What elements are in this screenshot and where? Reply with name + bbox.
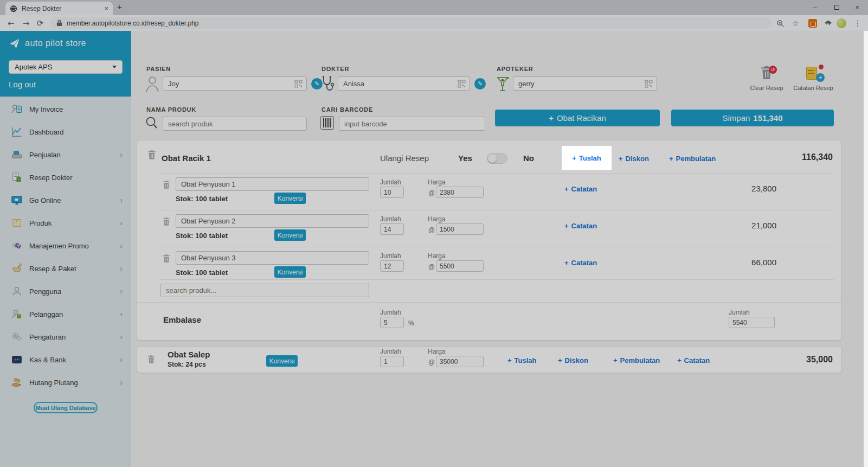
delete-racik-icon[interactable] (147, 149, 157, 161)
delete-item-icon[interactable] (162, 216, 171, 227)
sidebar-item-label: My Invoice (29, 105, 63, 113)
sidebar-item-go-online[interactable]: Go Online › (0, 189, 131, 212)
search-produk-input[interactable] (163, 117, 307, 131)
embalase-amount-input[interactable] (729, 317, 775, 328)
pasien-input[interactable] (163, 76, 307, 91)
harga-input[interactable] (436, 223, 484, 235)
racik-pembulatan-link[interactable]: + Pembulatan (669, 155, 716, 163)
sidebar-item-dashboard[interactable]: Dashboard (0, 120, 131, 143)
tuslah-label: Tuslah (515, 356, 537, 364)
sidebar-item-hutang-piutang[interactable]: Hutang Piutang › (0, 371, 131, 394)
simpan-label: Simpan (722, 113, 750, 123)
sidebar-item-manajemen-promo[interactable]: Manajemen Promo › (0, 234, 131, 257)
qr-scan-icon[interactable] (458, 80, 466, 88)
new-tab-button[interactable]: + (117, 2, 122, 11)
barcode-input[interactable] (339, 117, 485, 131)
racik-tuslah-link[interactable]: + Tuslah (572, 154, 601, 162)
harga-input[interactable] (436, 260, 484, 272)
embalase-jumlah-input[interactable] (380, 317, 404, 328)
sidebar-item-label: Pelanggan (29, 310, 63, 318)
ingredient-name-input[interactable] (176, 214, 369, 228)
sidebar-item-pengaturan[interactable]: Pengaturan › (0, 325, 131, 348)
sidebar-item-pengguna[interactable]: Pengguna › (0, 280, 131, 303)
window-maximize-button[interactable] (828, 0, 845, 14)
catatan-resep-button[interactable]: + Catatan Resep (792, 65, 835, 91)
delete-salep-icon[interactable] (147, 354, 156, 364)
ingredient-name-input[interactable] (176, 177, 369, 191)
forward-icon[interactable]: → (20, 15, 33, 31)
item-catatan-link[interactable]: + Catatan (564, 185, 597, 193)
clear-resep-button[interactable]: ↺ Clear Resep (745, 65, 788, 91)
ulangi-resep-toggle[interactable] (487, 153, 507, 164)
sidebar-item-my-invoice[interactable]: My Invoice (0, 98, 131, 120)
pembulatan-label: Pembulatan (676, 155, 716, 163)
simpan-button[interactable]: Simpan 151,340 (671, 110, 834, 126)
qr-scan-icon[interactable] (294, 80, 303, 88)
chevron-right-icon: › (120, 196, 123, 204)
sidebar-item-penjualan[interactable]: Penjualan › (0, 143, 131, 166)
page-scrollbar[interactable] (864, 31, 868, 467)
jumlah-input[interactable] (380, 223, 404, 235)
sidebar-item-resep-paket[interactable]: Resep & Paket › (0, 257, 131, 280)
chevron-right-icon: › (120, 287, 123, 296)
zoom-icon[interactable] (774, 15, 786, 31)
dokter-edit-icon[interactable]: ✎ (474, 78, 486, 89)
qr-scan-icon[interactable] (645, 80, 653, 88)
catatan-label: Catatan (684, 356, 710, 364)
chevron-right-icon: › (120, 241, 123, 250)
store-select[interactable]: Apotek APS (9, 60, 123, 74)
logout-link[interactable]: Log out (9, 80, 36, 89)
salep-diskon-link[interactable]: + Diskon (558, 356, 588, 364)
divider (159, 247, 834, 247)
konversi-button[interactable]: Konversi (274, 193, 306, 204)
add-ingredient-search-input[interactable] (160, 284, 369, 297)
konversi-button[interactable]: Konversi (266, 355, 298, 367)
item-catatan-link[interactable]: + Catatan (564, 259, 597, 267)
konversi-button[interactable]: Konversi (274, 229, 306, 241)
bookmark-star-icon[interactable]: ☆ (789, 15, 801, 31)
jumlah-input[interactable] (380, 260, 404, 272)
cari-barcode-label: CARI BARCODE (322, 106, 373, 113)
extension-store-icon[interactable] (807, 15, 819, 31)
sidebar-item-pelanggan[interactable]: Pelanggan › (0, 303, 131, 325)
harga-input[interactable] (436, 187, 484, 198)
salep-jumlah-input[interactable] (380, 356, 404, 367)
obat-racikan-label: Obat Racikan (557, 113, 606, 123)
sidebar-item-produk[interactable]: Produk › (0, 212, 131, 234)
safe-icon (11, 354, 23, 366)
reload-database-button[interactable]: Muat Ulang Database (34, 402, 98, 413)
delete-item-icon[interactable] (162, 253, 171, 264)
ingredient-name-input[interactable] (176, 251, 369, 265)
salep-catatan-link[interactable]: + Catatan (677, 356, 710, 364)
delete-item-icon[interactable] (162, 180, 171, 190)
stock-label: Stok: 100 tablet (176, 232, 228, 240)
salep-tuslah-link[interactable]: + Tuslah (507, 356, 537, 364)
sidebar-item-resep-dokter[interactable]: Resep Dokter (0, 166, 131, 189)
item-catatan-link[interactable]: + Catatan (564, 222, 597, 230)
address-bar[interactable]: member.autopilotstore.co.id/resep_dokter… (50, 17, 772, 29)
apoteker-input[interactable] (513, 76, 657, 91)
window-close-button[interactable]: × (849, 0, 865, 14)
catatan-label: Catatan (571, 259, 597, 267)
salep-name: Obat Salep (168, 350, 210, 359)
salep-harga-input[interactable] (436, 356, 484, 367)
racik-diskon-link[interactable]: + Diskon (619, 155, 649, 163)
reload-icon[interactable]: ⟳ (34, 15, 47, 31)
salep-pembulatan-link[interactable]: + Pembulatan (613, 356, 660, 364)
back-icon[interactable]: ← (4, 15, 17, 31)
konversi-button[interactable]: Konversi (274, 266, 306, 278)
jumlah-input[interactable] (380, 187, 404, 198)
obat-racik-card: Obat Racik 1 Ulangi Resep Yes No + Tusla… (137, 140, 842, 341)
profile-avatar[interactable] (835, 15, 847, 31)
sidebar-item-kas-bank[interactable]: Kas & Bank › (0, 348, 131, 371)
nama-produk-label: NAMA PRODUK (146, 106, 196, 113)
extensions-puzzle-icon[interactable] (823, 15, 835, 31)
window-minimize-button[interactable]: – (807, 0, 823, 14)
plus-icon: + (669, 155, 673, 163)
browser-menu-icon[interactable]: ⋮ (852, 15, 864, 31)
dokter-input[interactable] (338, 76, 470, 91)
sidebar-item-label: Manajemen Promo (29, 242, 89, 250)
browser-tab[interactable]: Resep Dokter × (5, 2, 113, 15)
tab-close-icon[interactable]: × (104, 4, 108, 12)
obat-racikan-button[interactable]: + Obat Racikan (495, 110, 660, 126)
